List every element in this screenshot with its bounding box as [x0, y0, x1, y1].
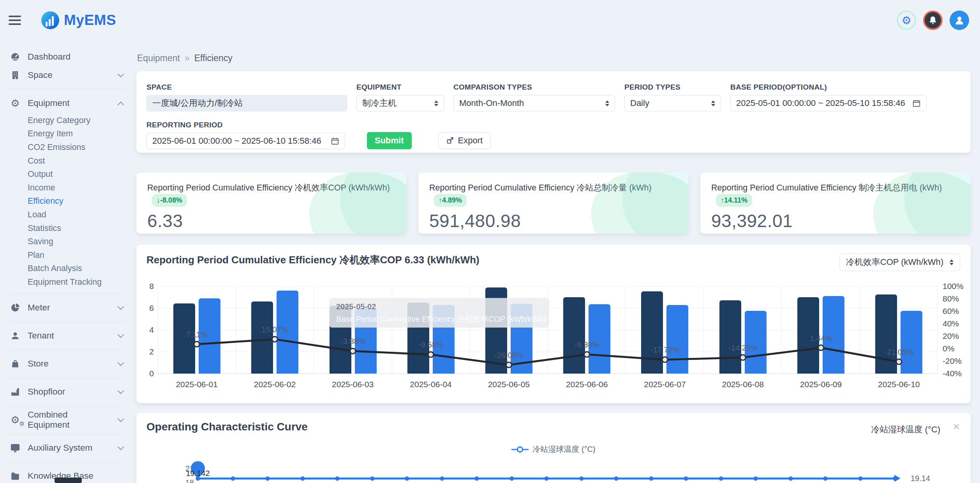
sidebar-subitem-label: CO2 Emissions: [28, 143, 85, 152]
sidebar-item-auxiliary-system[interactable]: Auxiliary System: [9, 439, 136, 457]
sidebar-item-store[interactable]: Store: [9, 355, 136, 373]
sidebar-subitem-label: Statistics: [28, 224, 61, 233]
comparison-select-value: Month-On-Month: [459, 98, 524, 108]
period-types-select-value: Daily: [630, 98, 649, 108]
x-axis-label: 2025-06-06: [548, 380, 626, 389]
export-button[interactable]: Export: [438, 132, 491, 149]
pie-chart-icon: [9, 303, 21, 313]
sidebar-item-cost[interactable]: Cost: [9, 154, 136, 168]
data-point: [335, 476, 340, 481]
breadcrumb: Equipment » Efficiency: [137, 53, 233, 63]
select-arrows-icon: [950, 259, 954, 265]
logo-icon: [41, 11, 59, 29]
shopping-bag-icon: [9, 359, 21, 368]
calendar-icon[interactable]: [912, 99, 921, 108]
change-point-label: -14.25%: [728, 344, 758, 352]
x-axis-label: 2025-06-07: [626, 380, 704, 389]
sidebar-item-shopfloor[interactable]: Shopfloor: [9, 383, 136, 401]
change-point-marker[interactable]: [584, 352, 590, 357]
change-point-marker[interactable]: [350, 348, 356, 354]
sidebar-item-saving[interactable]: Saving: [9, 235, 136, 249]
sidebar-item-tenant[interactable]: Tenant: [9, 327, 136, 345]
x-axis-label: 2025-06-02: [236, 380, 314, 389]
bar-chart-plot: 8 6 4 2 0 100% 80% 60% 40% 20% 0% -20% -…: [158, 286, 938, 374]
close-icon[interactable]: ×: [953, 420, 960, 433]
data-point: [649, 476, 653, 481]
sidebar-item-combined-equipment[interactable]: ⚙⚙ Combined Equipment: [9, 411, 136, 429]
change-point-label: 1.44%: [810, 334, 832, 342]
change-point-marker[interactable]: [740, 355, 746, 360]
sidebar-item-energy-item[interactable]: Energy Item: [9, 127, 136, 141]
sidebar-item-plan[interactable]: Plan: [9, 249, 136, 262]
chevron-down-icon: [118, 444, 124, 450]
divider: [9, 434, 126, 434]
x-axis-label: 2025-06-03: [314, 380, 392, 389]
parameter-select[interactable]: 冷机效率COP (kWh/kWh): [839, 253, 960, 271]
reporting-period-input-wrap: [146, 133, 345, 149]
breadcrumb-item[interactable]: Equipment: [137, 53, 180, 63]
equipment-select[interactable]: 制冷主机: [356, 95, 444, 111]
settings-button[interactable]: ⚙: [897, 11, 916, 30]
data-point: [684, 476, 688, 481]
data-point: [893, 476, 897, 481]
sidebar-item-dashboard[interactable]: Dashboard: [9, 48, 136, 66]
axis-baseline: [158, 374, 938, 374]
hamburger-menu-icon[interactable]: [9, 16, 21, 25]
sidebar-subitem-label: Batch Analysis: [28, 264, 82, 273]
sidebar-subitem-label: Equipment Tracking: [28, 277, 102, 287]
change-point-marker[interactable]: [194, 342, 199, 347]
equipment-label: EQUIPMENT: [356, 83, 444, 92]
x-axis-label: 2025-06-10: [860, 380, 938, 389]
sidebar-item-efficiency[interactable]: Efficiency: [9, 195, 136, 208]
change-point-marker[interactable]: [818, 345, 824, 351]
change-point-label: -3.88%: [340, 337, 365, 346]
sidebar-item-co2-emissions[interactable]: CO2 Emissions: [9, 141, 136, 154]
sidebar-item-income[interactable]: Income: [9, 181, 136, 195]
gauge-icon: [9, 52, 21, 62]
stat-card-cooling: Reporting Period Cumulative Efficiency 冷…: [418, 173, 689, 234]
x-axis-label: 2025-06-04: [392, 380, 470, 389]
calendar-icon[interactable]: [331, 137, 339, 145]
change-point-marker[interactable]: [896, 359, 902, 365]
sidebar-item-label: Equipment: [28, 98, 70, 108]
comparison-select[interactable]: Month-On-Month: [453, 95, 615, 111]
submit-button[interactable]: Submit: [367, 132, 412, 149]
change-point-label: -9.58%: [418, 340, 443, 349]
reporting-period-input[interactable]: [152, 136, 331, 146]
space-input[interactable]: [152, 98, 341, 108]
base-period-input[interactable]: [736, 98, 912, 108]
y-axis-tick: 0: [149, 369, 154, 378]
sidebar-item-equipment[interactable]: ⚙ Equipment: [9, 94, 136, 112]
change-point-marker[interactable]: [428, 352, 434, 357]
sidebar-item-statistics[interactable]: Statistics: [9, 222, 136, 235]
building-icon: [9, 71, 21, 80]
divider: [9, 406, 126, 406]
sidebar-item-space[interactable]: Space: [9, 66, 136, 84]
sidebar-subitem-label: Energy Item: [28, 129, 73, 139]
sidebar-subitem-label: Plan: [28, 250, 44, 260]
sidebar-item-output[interactable]: Output: [9, 167, 136, 181]
change-point-marker[interactable]: [662, 357, 668, 362]
app-logo[interactable]: MyEMS: [41, 11, 116, 29]
curve-legend[interactable]: 冷站湿球温度 (°C): [136, 444, 971, 455]
period-types-select[interactable]: Daily: [624, 95, 721, 111]
sidebar-subitem-label: Load: [28, 210, 46, 220]
select-arrows-icon: [434, 100, 438, 106]
notifications-button[interactable]: [923, 11, 943, 30]
x-axis-label: 2025-06-01: [158, 380, 236, 389]
sidebar-item-equipment-tracking[interactable]: Equipment Tracking: [9, 275, 136, 289]
user-avatar[interactable]: [950, 11, 969, 30]
sidebar-item-meter[interactable]: Meter: [9, 299, 136, 317]
sidebar-subitem-label: Saving: [28, 237, 53, 247]
y2-axis-tick: 60%: [943, 307, 959, 316]
change-point-label: -17.72%: [650, 346, 680, 354]
sidebar-item-load[interactable]: Load: [9, 208, 136, 222]
sidebar-subitem-label: Energy Category: [28, 116, 90, 125]
sidebar-item-energy-category[interactable]: Energy Category: [9, 114, 136, 127]
y-axis-tick: 18: [181, 478, 194, 483]
gears-icon: ⚙⚙: [9, 415, 21, 425]
sidebar-item-batch-analysis[interactable]: Batch Analysis: [9, 262, 136, 276]
data-point: [475, 476, 479, 481]
change-point-marker[interactable]: [272, 337, 277, 342]
change-point-marker[interactable]: [506, 362, 511, 368]
